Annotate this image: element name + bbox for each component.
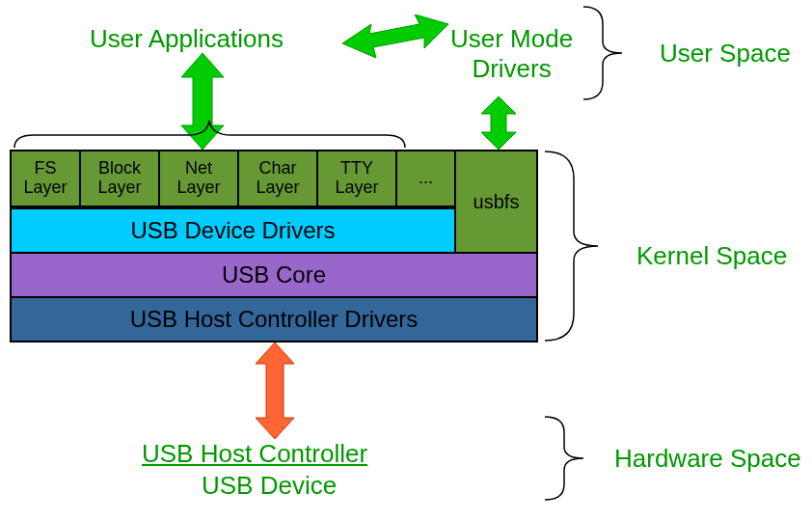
user-mode-drivers-label: User Mode Drivers xyxy=(450,24,573,84)
usb-hcd-layer: USB Host Controller Drivers xyxy=(12,296,536,341)
arrow-hardware-icon xyxy=(251,343,299,439)
brace-hardware-space-icon xyxy=(540,415,598,502)
kernel-top-row: FSLayer BlockLayer NetLayer CharLayer TT… xyxy=(12,151,536,252)
fs-layer: FSLayer xyxy=(12,151,81,207)
usb-device-drivers-layer: USB Device Drivers xyxy=(12,207,454,252)
char-l1: Char xyxy=(258,158,296,178)
brace-top-icon xyxy=(10,116,410,150)
char-layer: CharLayer xyxy=(239,151,318,207)
drivers-left-column: FSLayer BlockLayer NetLayer CharLayer TT… xyxy=(12,151,454,252)
char-l2: Layer xyxy=(256,178,299,197)
svg-marker-2 xyxy=(481,96,516,150)
fs-l2: Layer xyxy=(23,178,67,197)
kernel-space-label: Kernel Space xyxy=(636,241,787,271)
tty-layer: TTYLayer xyxy=(318,151,397,207)
usb-host-controller-label: USB Host Controller xyxy=(142,439,367,469)
svg-marker-1 xyxy=(342,14,448,58)
arrow-usermode-down-icon xyxy=(477,96,520,150)
usbfs-layer: usbfs xyxy=(454,151,536,252)
user-mode-drivers-line2: Drivers xyxy=(472,54,551,83)
svg-marker-3 xyxy=(256,343,294,439)
usb-device-label: USB Device xyxy=(202,471,337,501)
usb-core-layer: USB Core xyxy=(12,252,536,296)
hardware-space-label: Hardware Space xyxy=(614,444,801,474)
net-l2: Layer xyxy=(176,178,220,197)
kernel-stack-box: FSLayer BlockLayer NetLayer CharLayer TT… xyxy=(10,150,538,343)
user-mode-drivers-line1: User Mode xyxy=(450,24,573,53)
arrow-diagonal-icon xyxy=(342,14,448,58)
sublayers-row: FSLayer BlockLayer NetLayer CharLayer TT… xyxy=(12,151,454,207)
block-layer: BlockLayer xyxy=(81,151,160,207)
user-space-label: User Space xyxy=(660,39,791,69)
user-applications-label: User Applications xyxy=(90,24,284,54)
fs-l1: FS xyxy=(34,158,56,178)
net-layer: NetLayer xyxy=(160,151,239,207)
net-l1: Net xyxy=(185,158,212,178)
brace-kernel-space-icon xyxy=(540,150,617,343)
tty-l1: TTY xyxy=(340,158,373,178)
tty-l2: Layer xyxy=(335,178,378,197)
block-l2: Layer xyxy=(97,178,141,197)
brace-user-space-icon xyxy=(579,5,636,101)
ellipsis-layer: ... xyxy=(397,151,454,207)
block-l1: Block xyxy=(98,158,141,178)
